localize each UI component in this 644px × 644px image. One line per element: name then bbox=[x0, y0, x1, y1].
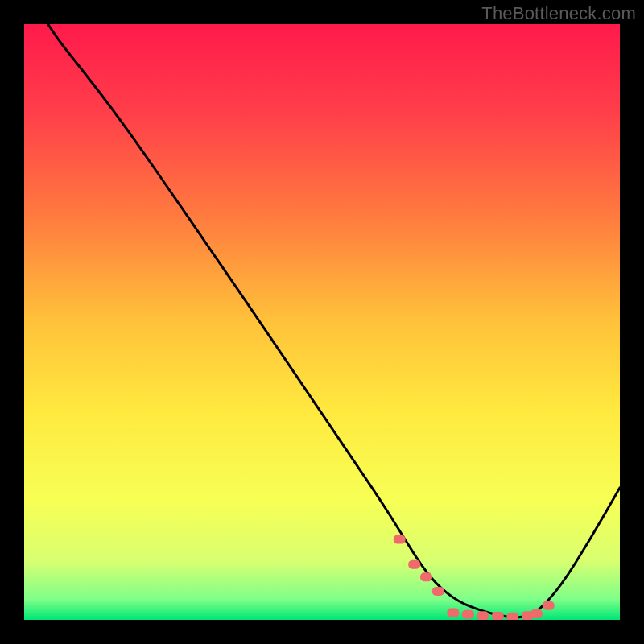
highlight-marker bbox=[506, 613, 518, 620]
watermark-text: TheBottleneck.com bbox=[481, 3, 636, 24]
chart-frame: TheBottleneck.com bbox=[0, 0, 644, 644]
highlight-marker bbox=[530, 609, 543, 618]
highlight-marker bbox=[543, 601, 555, 610]
gradient-background bbox=[24, 24, 620, 620]
highlight-marker bbox=[492, 612, 504, 620]
plot-area bbox=[24, 24, 620, 620]
highlight-marker bbox=[432, 587, 444, 596]
highlight-marker bbox=[447, 609, 459, 617]
highlight-marker bbox=[408, 560, 420, 569]
highlight-marker bbox=[394, 535, 406, 544]
highlight-marker bbox=[420, 572, 432, 581]
highlight-marker bbox=[462, 610, 474, 619]
bottleneck-chart bbox=[24, 24, 620, 620]
highlight-marker bbox=[477, 611, 489, 620]
